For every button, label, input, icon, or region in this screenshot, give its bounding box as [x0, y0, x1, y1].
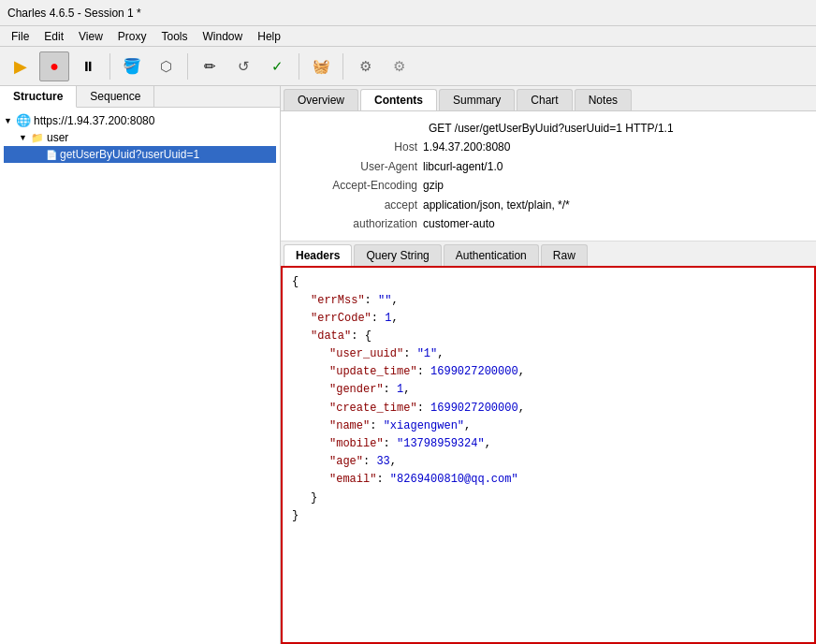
title-text: Charles 4.6.5 - Session 1 * — [7, 7, 141, 20]
pause-button[interactable]: ⏸ — [73, 51, 103, 81]
globe-icon: 🌐 — [16, 113, 31, 127]
request-method: GET — [429, 122, 455, 135]
tree-root[interactable]: ▼ 🌐 https://1.94.37.200:8080 — [4, 111, 276, 129]
compose-button[interactable]: ↺ — [228, 51, 258, 81]
json-line-open: { — [292, 273, 805, 291]
json-line-close: } — [292, 507, 805, 525]
title-bar: Charles 4.6.5 - Session 1 * — [0, 0, 816, 26]
json-line-user-uuid: "user_uuid": "1", — [292, 345, 805, 363]
json-line-data-close: } — [292, 490, 805, 507]
accept-encoding-row: Accept-Encoding gzip — [292, 176, 805, 195]
request-line: GET /user/getUserByUuid?userUuid=1 HTTP/… — [292, 119, 805, 138]
tab-structure[interactable]: Structure — [0, 86, 77, 108]
start-button[interactable]: ▶ — [6, 51, 36, 81]
accept-encoding-label: Accept-Encoding — [292, 176, 423, 195]
separator-2 — [187, 53, 188, 80]
bottom-tabs: Headers Query String Authentication Raw — [281, 242, 816, 268]
throttle-button[interactable]: ⬡ — [151, 51, 181, 81]
root-url-label: https://1.94.37.200:8080 — [34, 114, 154, 127]
tab-headers[interactable]: Headers — [284, 244, 352, 266]
json-line-mobile: "mobile": "13798959324", — [292, 435, 805, 453]
tab-sequence[interactable]: Sequence — [77, 86, 154, 107]
menu-view[interactable]: View — [71, 28, 110, 45]
menu-window[interactable]: Window — [196, 28, 251, 45]
request-info: GET /user/getUserByUuid?userUuid=1 HTTP/… — [281, 111, 816, 242]
tab-summary[interactable]: Summary — [439, 89, 515, 110]
folder-icon: 📁 — [31, 132, 44, 144]
settings-button[interactable]: ⚙ — [350, 51, 380, 81]
tree-file-item[interactable]: 📄 getUserByUuid?userUuid=1 — [4, 146, 276, 163]
publish-button[interactable]: 🧺 — [306, 51, 336, 81]
menu-tools[interactable]: Tools — [154, 28, 196, 45]
right-panel: Overview Contents Summary Chart Notes GE… — [281, 86, 816, 644]
accept-row: accept application/json, text/plain, */* — [292, 196, 805, 214]
json-line-gender: "gender": 1, — [292, 381, 805, 399]
separator-4 — [342, 53, 343, 80]
menu-file[interactable]: File — [4, 28, 36, 45]
menu-bar: File Edit View Proxy Tools Window Help — [0, 26, 816, 47]
tab-notes[interactable]: Notes — [575, 89, 632, 110]
file-label: getUserByUuid?userUuid=1 — [60, 148, 199, 161]
tree-view: ▼ 🌐 https://1.94.37.200:8080 ▼ 📁 user 📄 … — [0, 108, 280, 167]
file-icon: 📄 — [46, 150, 57, 160]
left-panel: Structure Sequence ▼ 🌐 https://1.94.37.2… — [0, 86, 281, 644]
user-agent-row: User-Agent libcurl-agent/1.0 — [292, 157, 805, 176]
tab-overview[interactable]: Overview — [284, 89, 358, 110]
menu-proxy[interactable]: Proxy — [110, 28, 154, 45]
tab-contents[interactable]: Contents — [360, 89, 437, 110]
clear-button[interactable]: 🪣 — [117, 51, 147, 81]
authorization-label: authorization — [292, 214, 423, 233]
user-agent-value: libcurl-agent/1.0 — [423, 157, 503, 176]
json-line-name: "name": "xiagengwen", — [292, 417, 805, 435]
request-protocol: HTTP/1.1 — [625, 122, 673, 135]
json-line-errcode: "errCode": 1, — [292, 310, 805, 328]
preferences-button[interactable]: ⚙ — [384, 51, 414, 81]
bottom-section: Headers Query String Authentication Raw … — [281, 242, 816, 644]
json-line-email: "email": "8269400810@qq.com" — [292, 471, 805, 489]
tab-chart[interactable]: Chart — [517, 89, 572, 110]
user-agent-label: User-Agent — [292, 157, 423, 176]
panel-tabs: Structure Sequence — [0, 86, 280, 108]
top-tabs: Overview Contents Summary Chart Notes — [281, 86, 816, 111]
host-label: Host — [292, 138, 423, 156]
host-row: Host 1.94.37.200:8080 — [292, 138, 805, 156]
json-line-data: "data": { — [292, 328, 805, 345]
validate-button[interactable]: ✓ — [262, 51, 292, 81]
separator-1 — [109, 53, 110, 80]
accept-value: application/json, text/plain, */* — [423, 196, 570, 214]
toolbar: ▶ ● ⏸ 🪣 ⬡ ✏ ↺ ✓ 🧺 ⚙ ⚙ — [0, 47, 816, 86]
json-line-update-time: "update_time": 1699027200000, — [292, 363, 805, 381]
authorization-value: customer-auto — [423, 214, 495, 233]
record-button[interactable]: ● — [39, 51, 69, 81]
json-line-errmss: "errMss": "", — [292, 292, 805, 310]
json-line-create-time: "create_time": 1699027200000, — [292, 400, 805, 417]
host-value: 1.94.37.200:8080 — [423, 138, 510, 156]
expand-arrow-folder: ▼ — [19, 133, 28, 142]
json-content[interactable]: { "errMss": "", "errCode": 1, "data": { … — [281, 268, 816, 644]
request-path: /user/getUserByUuid?userUuid=1 — [455, 122, 622, 135]
tree-user-folder[interactable]: ▼ 📁 user — [4, 129, 276, 146]
accept-label: accept — [292, 196, 423, 214]
menu-edit[interactable]: Edit — [36, 28, 71, 45]
accept-encoding-value: gzip — [423, 176, 444, 195]
expand-arrow-root: ▼ — [4, 116, 13, 125]
separator-3 — [299, 53, 299, 80]
tab-authentication[interactable]: Authentication — [444, 244, 539, 266]
json-line-age: "age": 33, — [292, 453, 805, 471]
tab-query-string[interactable]: Query String — [354, 244, 441, 266]
menu-help[interactable]: Help — [250, 28, 288, 45]
folder-label: user — [47, 131, 68, 144]
main-area: Structure Sequence ▼ 🌐 https://1.94.37.2… — [0, 86, 816, 644]
tab-raw[interactable]: Raw — [541, 244, 588, 266]
edit-button[interactable]: ✏ — [195, 51, 225, 81]
authorization-row: authorization customer-auto — [292, 214, 805, 233]
